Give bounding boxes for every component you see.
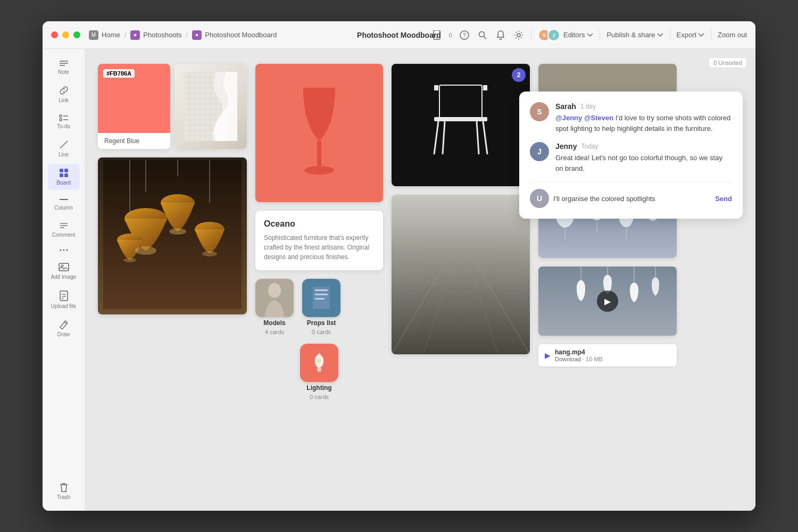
sidebar-item-line[interactable]: Line	[48, 136, 80, 162]
color-swatch-card: #FB786A Regent Blue	[98, 64, 170, 149]
sidebar-item-upload[interactable]: Upload file	[48, 286, 80, 313]
page-title: Photoshoot Moodboard	[357, 31, 441, 39]
trash-label: Trash	[57, 494, 70, 500]
editor-avatar-2: J	[547, 29, 560, 41]
close-button[interactable]	[51, 31, 58, 38]
mention-steven: @Steven	[584, 114, 616, 122]
user-avatar: U	[530, 189, 549, 208]
video-card: ▶	[538, 267, 677, 336]
svg-rect-82	[434, 85, 438, 90]
file-bar: ▶ hang.mp4 Download · 10 MB	[538, 344, 677, 367]
notifications-icon[interactable]	[495, 29, 506, 41]
divider3	[670, 30, 670, 40]
add-image-label: Add image	[51, 274, 77, 280]
sidebar-item-comment[interactable]: Comment	[48, 217, 80, 242]
todo-icon	[59, 114, 69, 121]
lighting-count: 0 cards	[310, 394, 329, 400]
props-label: Props list	[307, 319, 336, 327]
editors-button[interactable]: S J Editors	[538, 29, 593, 41]
zoom-out-button[interactable]: Zoom out	[718, 31, 747, 39]
search-icon[interactable]	[477, 29, 488, 41]
divider	[531, 30, 531, 40]
sidebar-item-trash[interactable]: Trash	[48, 478, 80, 504]
settings-icon[interactable]	[513, 29, 525, 41]
sidebar-item-todo[interactable]: To-do	[48, 110, 80, 134]
sidebar: Note Link To-do Line	[43, 49, 85, 511]
svg-rect-75	[315, 298, 325, 300]
models-card[interactable]: Models 4 cards	[255, 279, 294, 335]
sidebar-item-board[interactable]: Board	[48, 164, 80, 190]
traffic-lights	[51, 31, 80, 38]
publish-button[interactable]: Publish & share	[606, 31, 663, 39]
models-image	[255, 279, 294, 317]
sarah-avatar: S	[530, 102, 549, 121]
sidebar-item-column[interactable]: Column	[48, 192, 80, 215]
column-label: Column	[54, 205, 72, 211]
svg-point-70	[268, 283, 281, 298]
link-label: Link	[59, 97, 68, 103]
mention-jenny: @Jenny	[555, 114, 584, 122]
breadcrumb-home[interactable]: M Home	[89, 30, 120, 40]
svg-point-25	[66, 250, 68, 251]
sidebar-item-draw[interactable]: Draw	[48, 315, 80, 342]
svg-rect-83	[483, 85, 487, 90]
file-play-icon: ▶	[545, 351, 551, 360]
export-button[interactable]: Export	[677, 31, 705, 39]
lamps-card	[98, 157, 247, 314]
arch-photo-card	[174, 64, 247, 149]
sarah-name: Sarah	[555, 102, 576, 111]
line-label: Line	[59, 152, 69, 157]
send-button[interactable]: Send	[715, 195, 732, 203]
column-icon	[59, 196, 69, 203]
breadcrumb-photoshoots[interactable]: ■ Photoshoots	[130, 30, 181, 40]
arch-photo-svg	[184, 72, 237, 141]
sidebar-item-link[interactable]: Link	[48, 81, 80, 107]
models-label: Models	[263, 319, 285, 327]
download-link[interactable]: Download	[555, 356, 583, 362]
breadcrumb-moodboard-label: Photoshoot Moodboard	[205, 31, 277, 39]
notification-badge: 2	[512, 68, 526, 82]
top-row-col1: #FB786A Regent Blue	[98, 64, 247, 149]
svg-line-14	[60, 141, 68, 148]
goblet-svg	[293, 82, 346, 184]
chat-message-jenny: J Jenny Today Great idea! Let's not go t…	[530, 142, 732, 173]
svg-point-4	[479, 31, 484, 37]
svg-rect-28	[60, 291, 68, 301]
sarah-content: Sarah 1 day @Jenny @Steven I'd love to t…	[555, 102, 732, 134]
note-label: Note	[58, 69, 69, 75]
svg-point-23	[60, 250, 61, 251]
help-icon[interactable]: ?	[459, 29, 470, 41]
lighting-card[interactable]: Lighting 0 cards	[255, 344, 383, 400]
sarah-header: Sarah 1 day	[555, 102, 732, 111]
collections-area: Models 4 cards	[255, 279, 383, 335]
divider2	[600, 30, 600, 40]
video-play-button[interactable]: ▶	[597, 290, 618, 312]
comment-label: Comment	[52, 232, 75, 238]
board-label: Board	[56, 180, 71, 186]
svg-rect-10	[60, 115, 62, 117]
publish-chevron-icon	[657, 33, 663, 37]
maximize-button[interactable]	[73, 31, 80, 38]
col2: Oceano Sophisticated furniture that's ex…	[255, 64, 383, 400]
oceano-desc: Sophisticated furniture that's expertly …	[264, 233, 375, 262]
chevron-down-icon	[587, 33, 593, 37]
sidebar-item-add-image[interactable]: Add image	[48, 258, 80, 284]
oceano-title: Oceano	[264, 219, 375, 229]
todo-label: To-do	[57, 123, 70, 129]
svg-text:?: ?	[463, 32, 466, 38]
props-card[interactable]: Props list 0 cards	[302, 279, 340, 335]
sidebar-item-more[interactable]	[48, 244, 80, 256]
minimize-button[interactable]	[62, 31, 69, 38]
svg-rect-76	[317, 368, 321, 370]
color-hex-label: #FB786A	[103, 69, 135, 78]
props-count: 0 cards	[312, 329, 331, 335]
draw-label: Draw	[57, 331, 70, 337]
main-area: Note Link To-do Line	[43, 49, 755, 511]
chat-input[interactable]	[553, 195, 711, 203]
file-size: 10 MB	[586, 356, 603, 362]
chair-svg	[392, 64, 530, 186]
goblet-card	[255, 64, 383, 202]
breadcrumb-moodboard[interactable]: ■ Photoshoot Moodboard	[192, 30, 277, 40]
comment-icon	[59, 221, 69, 230]
sidebar-item-note[interactable]: Note	[48, 55, 80, 79]
